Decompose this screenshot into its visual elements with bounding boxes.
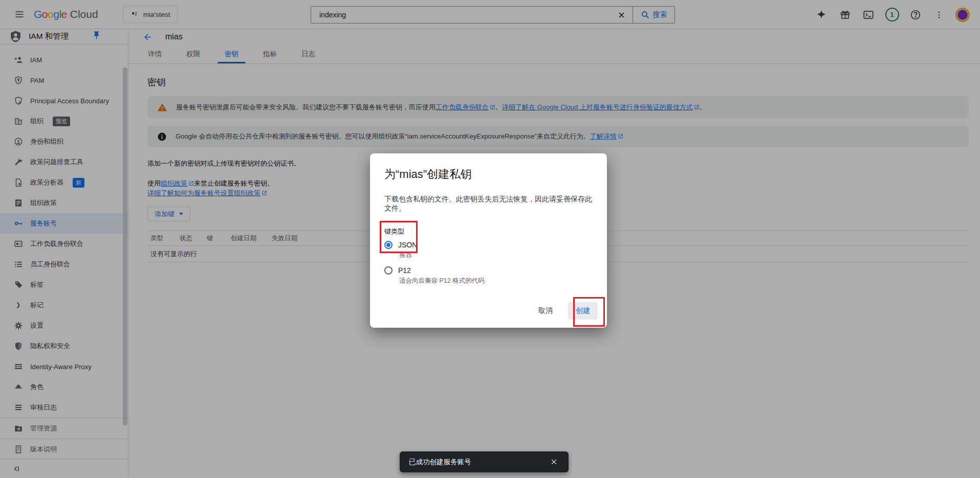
- dialog-description: 下载包含私钥的文件。此密钥丢失后无法恢复，因此请妥善保存此文件。: [384, 195, 593, 213]
- key-type-label: 键类型: [384, 227, 593, 236]
- radio-selected-icon[interactable]: [384, 241, 393, 249]
- p12-description-label: 适合向后兼容 P12 格式的代码: [399, 277, 593, 285]
- key-type-option-p12[interactable]: P12: [384, 266, 593, 275]
- radio-unselected-icon[interactable]: [384, 266, 393, 275]
- snackbar-message: 已成功创建服务账号: [409, 458, 546, 467]
- create-button[interactable]: 创建: [568, 302, 598, 320]
- cancel-button[interactable]: 取消: [536, 303, 555, 318]
- snackbar-close-button[interactable]: [546, 454, 561, 470]
- close-icon: [550, 458, 558, 466]
- dialog-footer: 取消 创建: [536, 302, 598, 320]
- json-recommended-label: 推荐: [399, 251, 593, 260]
- key-type-option-json[interactable]: JSON: [384, 241, 593, 249]
- snackbar: 已成功创建服务账号: [400, 451, 569, 472]
- dialog-title: 为“mias”创建私钥: [384, 167, 593, 182]
- create-private-key-dialog: 为“mias”创建私钥 下载包含私钥的文件。此密钥丢失后无法恢复，因此请妥善保存…: [370, 153, 607, 328]
